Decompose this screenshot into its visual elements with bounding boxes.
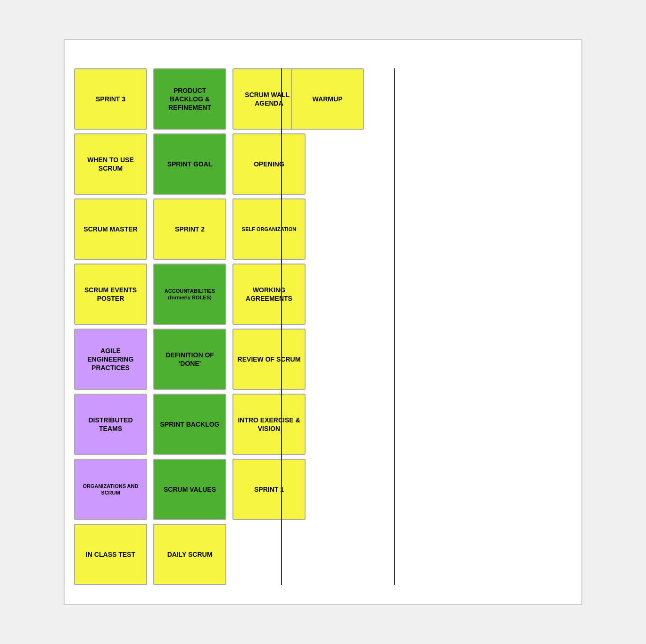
inprogress-card-0[interactable]: WARMUP [291, 68, 364, 130]
card-1-1[interactable]: SPRINT GOAL [153, 133, 226, 195]
card-7-0[interactable]: IN CLASS TEST [74, 524, 147, 585]
divider-1 [277, 68, 286, 585]
header-accepted [381, 50, 572, 59]
backlog-row: AGILE ENGINEERING PRACTICESDEFINITION OF… [74, 329, 277, 390]
backlog-column: SPRINT 3PRODUCT BACKLOG & REFINEMENTSCRU… [74, 68, 277, 585]
board-container: SPRINT 3PRODUCT BACKLOG & REFINEMENTSCRU… [64, 39, 582, 605]
card-2-0[interactable]: SCRUM MASTER [74, 198, 147, 260]
backlog-row: SPRINT 3PRODUCT BACKLOG & REFINEMENTSCRU… [74, 68, 277, 130]
backlog-row: WHEN TO USE SCRUMSPRINT GOALOPENING [74, 133, 277, 195]
card-6-1[interactable]: SCRUM VALUES [153, 459, 226, 520]
accepted-column [399, 68, 572, 585]
backlog-row: DISTRIBUTED TEAMSSPRINT BACKLOGINTRO EXE… [74, 394, 277, 455]
divider-2 [390, 68, 399, 585]
board-body: SPRINT 3PRODUCT BACKLOG & REFINEMENTSCRU… [74, 68, 572, 585]
card-1-0[interactable]: WHEN TO USE SCRUM [74, 133, 147, 195]
header-backlog [74, 50, 277, 59]
backlog-row: ORGANIZATIONS AND SCRUMSCRUM VALUESSPRIN… [74, 459, 277, 520]
backlog-row: SCRUM MASTERSPRINT 2SELF ORGANIZATION [74, 198, 277, 260]
card-3-0[interactable]: SCRUM EVENTS POSTER [74, 264, 147, 325]
card-0-0[interactable]: SPRINT 3 [74, 68, 147, 130]
board-header [74, 50, 572, 59]
backlog-row: IN CLASS TESTDAILY SCRUM [74, 524, 277, 585]
card-0-1[interactable]: PRODUCT BACKLOG & REFINEMENT [153, 68, 226, 130]
in-progress-column: WARMUP [286, 68, 390, 585]
backlog-row: SCRUM EVENTS POSTERACCOUNTABILITIES (for… [74, 264, 277, 325]
card-4-0[interactable]: AGILE ENGINEERING PRACTICES [74, 329, 147, 390]
card-5-1[interactable]: SPRINT BACKLOG [153, 394, 226, 455]
card-3-1[interactable]: ACCOUNTABILITIES (formerly ROLES) [153, 264, 226, 325]
header-in-progress [277, 50, 381, 59]
card-4-1[interactable]: DEFINITION OF 'DONE' [153, 329, 226, 390]
card-2-1[interactable]: SPRINT 2 [153, 198, 226, 260]
card-7-1[interactable]: DAILY SCRUM [153, 524, 226, 585]
card-5-0[interactable]: DISTRIBUTED TEAMS [74, 394, 147, 455]
card-6-0[interactable]: ORGANIZATIONS AND SCRUM [74, 459, 147, 520]
